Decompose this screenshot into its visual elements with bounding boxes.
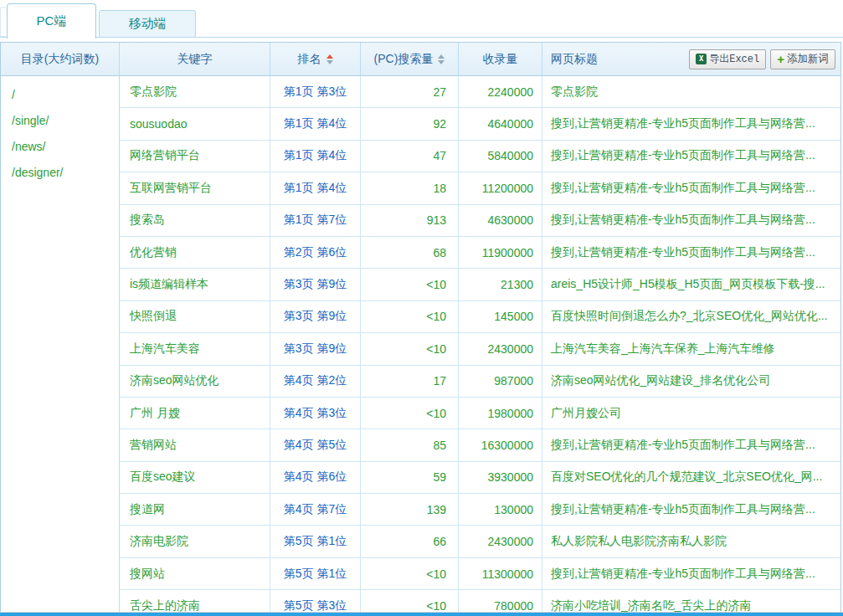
- collected-cell: 145000: [459, 301, 542, 332]
- rank-cell: 第1页 第4位: [270, 172, 361, 203]
- sort-asc-icon[interactable]: [438, 54, 445, 59]
- page-title-cell: 搜到,让营销更精准-专业h5页面制作工具与网络营...: [542, 237, 840, 268]
- rank-link[interactable]: 第4页 第2位: [284, 373, 347, 388]
- rank-cell: 第3页 第9位: [270, 269, 361, 300]
- header-directory: 目录(大约词数): [1, 43, 120, 75]
- table-row: 济南电影院第5页 第1位662430000私人影院私人电影院济南私人影院: [120, 526, 840, 557]
- add-keyword-label: 添加新词: [787, 52, 829, 66]
- search-volume-cell: 139: [361, 494, 459, 525]
- directory-link[interactable]: /: [1, 82, 119, 108]
- rank-link[interactable]: 第3页 第9位: [284, 309, 347, 324]
- keyword-cell: 快照倒退: [120, 301, 270, 332]
- search-volume-cell: 47: [361, 141, 459, 172]
- keyword-cell: 搜索岛: [120, 205, 270, 236]
- rank-link[interactable]: 第3页 第9位: [284, 341, 347, 357]
- header-keyword: 关键字: [120, 43, 270, 75]
- keyword-cell: 营销网站: [120, 429, 270, 460]
- keyword-table: 目录(大约词数) 关键字 排名 (PC)搜索量 收录量 网页标题: [0, 42, 841, 616]
- collected-cell: 987000: [459, 366, 542, 397]
- search-volume-cell: 17: [361, 366, 459, 397]
- collected-cell: 3930000: [459, 462, 542, 493]
- tab-strip-edge: [0, 7, 6, 37]
- rank-cell: 第1页 第4位: [270, 108, 361, 139]
- bottom-accent-bar: [0, 612, 843, 616]
- search-volume-cell: <10: [361, 333, 459, 364]
- search-volume-cell: 18: [361, 172, 459, 203]
- tab-mobile[interactable]: 移动端: [99, 10, 196, 38]
- collected-cell: 11300000: [459, 558, 542, 589]
- collected-cell: 5840000: [459, 141, 542, 172]
- table-row: 百度seo建议第4页 第6位593930000百度对SEO优化的几个规范建议_北…: [120, 462, 840, 494]
- table-row: 搜索岛第1页 第7位9134630000搜到,让营销更精准-专业h5页面制作工具…: [120, 205, 840, 237]
- rank-cell: 第1页 第7位: [270, 205, 361, 236]
- rank-cell: 第4页 第2位: [270, 366, 361, 397]
- rank-link[interactable]: 第1页 第4位: [284, 181, 347, 196]
- rank-cell: 第5页 第1位: [270, 526, 361, 557]
- rank-cell: 第4页 第5位: [270, 429, 361, 460]
- rank-cell: 第1页 第3位: [270, 76, 361, 107]
- rank-cell: 第2页 第6位: [270, 237, 361, 268]
- directory-link[interactable]: /news/: [1, 134, 119, 160]
- header-rank-label: 排名: [298, 52, 321, 67]
- table-row: 济南seo网站优化第4页 第2位17987000济南seo网站优化_网站建设_排…: [120, 366, 840, 398]
- rank-link[interactable]: 第4页 第6位: [284, 470, 347, 485]
- search-volume-cell: 85: [361, 429, 459, 460]
- table-row: 搜网站第5页 第1位<1011300000搜到,让营销更精准-专业h5页面制作工…: [120, 558, 840, 590]
- sort-asc-icon[interactable]: [326, 54, 333, 59]
- add-keyword-button[interactable]: + 添加新词: [770, 49, 835, 69]
- search-volume-cell: 27: [361, 76, 459, 107]
- rank-link[interactable]: 第4页 第3位: [284, 406, 347, 421]
- keyword-cell: 搜网站: [120, 558, 270, 589]
- collected-cell: 2430000: [459, 526, 542, 557]
- table-row: 优化营销第2页 第6位6811900000搜到,让营销更精准-专业h5页面制作工…: [120, 237, 840, 269]
- table-row: 广州 月嫂第4页 第3位<101980000广州月嫂公司: [120, 398, 840, 429]
- table-row: 互联网营销平台第1页 第4位1811200000搜到,让营销更精准-专业h5页面…: [120, 172, 840, 204]
- rank-cell: 第1页 第4位: [270, 141, 361, 172]
- keyword-cell: 百度seo建议: [120, 462, 270, 493]
- rank-link[interactable]: 第1页 第4位: [284, 116, 347, 131]
- directory-link[interactable]: /designer/: [1, 160, 119, 186]
- collected-cell: 11900000: [459, 237, 542, 268]
- rank-cell: 第3页 第9位: [270, 301, 361, 332]
- rank-link[interactable]: 第4页 第5位: [284, 438, 347, 453]
- table-row: 网络营销平台第1页 第4位475840000搜到,让营销更精准-专业h5页面制作…: [120, 141, 840, 172]
- rank-link[interactable]: 第1页 第3位: [284, 85, 347, 100]
- page-title-cell: 搜到,让营销更精准-专业h5页面制作工具与网络营...: [542, 172, 840, 203]
- keyword-cell: is频道编辑样本: [120, 269, 270, 300]
- rank-link[interactable]: 第3页 第9位: [284, 277, 347, 292]
- table-body: //single//news//designer/ 零点影院第1页 第3位272…: [1, 76, 840, 616]
- rank-link[interactable]: 第1页 第7位: [284, 213, 347, 228]
- header-buttons: X 导出Excel + 添加新词: [689, 49, 835, 69]
- table-header-row: 目录(大约词数) 关键字 排名 (PC)搜索量 收录量 网页标题: [1, 43, 840, 76]
- collected-cell: 4630000: [459, 205, 542, 236]
- rank-cell: 第5页 第1位: [270, 558, 361, 589]
- export-excel-button[interactable]: X 导出Excel: [689, 49, 766, 69]
- search-volume-cell: 92: [361, 108, 459, 139]
- header-search-volume-label: (PC)搜索量: [374, 52, 434, 67]
- sort-desc-icon[interactable]: [438, 60, 445, 64]
- rank-sort-control[interactable]: [326, 54, 333, 64]
- page-title-cell: 私人影院私人电影院济南私人影院: [542, 526, 840, 557]
- search-volume-cell: 68: [361, 237, 459, 268]
- rank-link[interactable]: 第4页 第7位: [284, 502, 347, 517]
- keyword-cell: 济南seo网站优化: [120, 366, 270, 397]
- rank-link[interactable]: 第2页 第6位: [284, 245, 347, 260]
- sort-desc-icon[interactable]: [326, 60, 333, 64]
- directory-link[interactable]: /single/: [1, 108, 119, 134]
- page-title-cell: 广州月嫂公司: [542, 398, 840, 429]
- search-volume-cell: <10: [361, 558, 459, 589]
- page-title-cell: 搜到,让营销更精准-专业h5页面制作工具与网络营...: [542, 494, 840, 525]
- page-title-cell: areis_H5设计师_H5模板_H5页面_网页模板下载-搜...: [542, 269, 840, 300]
- tab-pc[interactable]: PC端: [7, 3, 96, 38]
- excel-icon: X: [696, 54, 707, 64]
- collected-cell: 2240000: [459, 76, 542, 107]
- collected-cell: 21300: [459, 269, 542, 300]
- rank-cell: 第4页 第3位: [270, 398, 361, 429]
- volume-sort-control[interactable]: [438, 54, 445, 64]
- rank-link[interactable]: 第1页 第4位: [284, 148, 347, 163]
- header-page-title-label: 网页标题: [551, 52, 598, 67]
- rank-link[interactable]: 第5页 第1位: [284, 567, 347, 582]
- search-volume-cell: 66: [361, 526, 459, 557]
- rank-link[interactable]: 第5页 第1位: [284, 534, 347, 549]
- page-title-cell: 搜到,让营销更精准-专业h5页面制作工具与网络营...: [542, 429, 840, 460]
